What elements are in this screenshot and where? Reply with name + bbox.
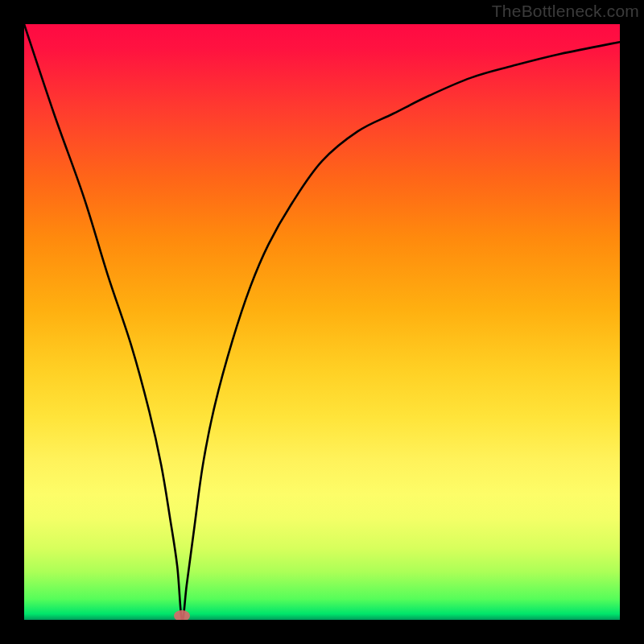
- plot-area: [24, 24, 620, 620]
- curve-layer: [24, 24, 620, 620]
- minimum-marker: [174, 610, 190, 620]
- chart-frame: TheBottleneck.com: [0, 0, 644, 644]
- bottleneck-curve: [24, 24, 620, 620]
- watermark-text: TheBottleneck.com: [492, 2, 639, 21]
